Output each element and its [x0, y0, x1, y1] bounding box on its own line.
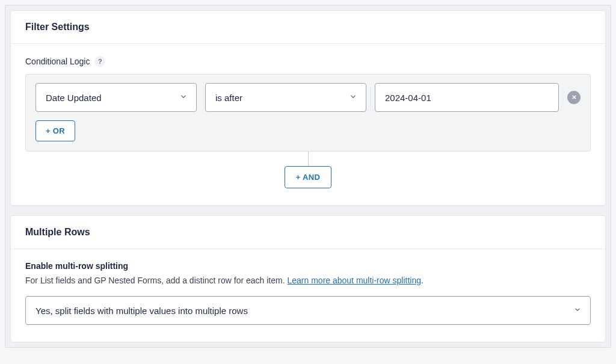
multi-row-select-value: Yes, split fields with multiple values i…	[35, 306, 248, 316]
field-select[interactable]: Date Updated	[35, 83, 197, 112]
value-input[interactable]: 2024-04-01	[375, 83, 559, 112]
filter-settings-header: Filter Settings	[11, 11, 605, 44]
logic-group: Date Updated is after 2024-04-01	[25, 74, 591, 152]
field-select-value: Date Updated	[46, 93, 102, 103]
add-and-button[interactable]: + AND	[285, 166, 331, 188]
chevron-down-icon	[179, 93, 188, 103]
multiple-rows-body: Enable multi-row splitting For List fiel…	[11, 249, 605, 342]
logic-rule-row: Date Updated is after 2024-04-01	[35, 83, 581, 112]
multiple-rows-header: Multiple Rows	[11, 216, 605, 249]
multiple-rows-title: Multiple Rows	[25, 227, 591, 238]
learn-more-link[interactable]: Learn more about multi-row splitting	[287, 276, 421, 285]
filter-settings-body: Conditional Logic ? Date Updated is afte…	[11, 44, 605, 205]
settings-container: Filter Settings Conditional Logic ? Date…	[5, 5, 611, 348]
conditional-logic-label: Conditional Logic	[25, 57, 90, 66]
filter-settings-card: Filter Settings Conditional Logic ? Date…	[10, 10, 606, 206]
multiple-rows-card: Multiple Rows Enable multi-row splitting…	[10, 215, 606, 342]
value-input-text: 2024-04-01	[385, 93, 431, 103]
multi-row-description: For List fields and GP Nested Forms, add…	[25, 276, 591, 285]
remove-rule-button[interactable]	[567, 91, 581, 104]
and-connector: + AND	[25, 152, 591, 188]
close-icon	[571, 92, 578, 103]
enable-multi-row-label: Enable multi-row splitting	[25, 261, 591, 271]
and-connector-line	[308, 152, 309, 166]
chevron-down-icon	[349, 93, 357, 103]
description-prefix: For List fields and GP Nested Forms, add…	[25, 276, 287, 285]
conditional-logic-label-row: Conditional Logic ?	[25, 56, 591, 67]
multi-row-select[interactable]: Yes, split fields with multiple values i…	[25, 296, 591, 325]
description-suffix: .	[421, 276, 424, 285]
filter-settings-title: Filter Settings	[25, 22, 591, 32]
help-icon[interactable]: ?	[94, 56, 105, 67]
operator-select[interactable]: is after	[205, 83, 366, 112]
chevron-down-icon	[573, 306, 582, 316]
operator-select-value: is after	[215, 93, 242, 103]
add-or-button[interactable]: + OR	[35, 120, 75, 141]
